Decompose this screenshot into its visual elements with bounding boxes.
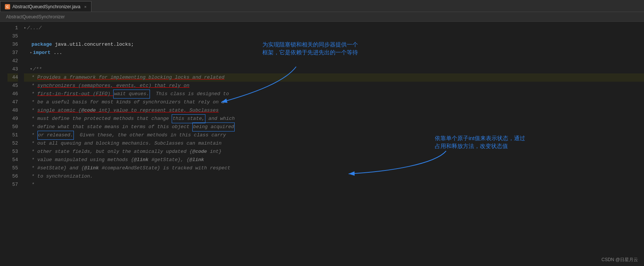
kw-package: package (31, 40, 55, 49)
code-content: ▸ /.../ package java.util.concurrent.loc… (22, 22, 644, 266)
code-line-48: * single atomic {@code int} value to rep… (24, 106, 644, 115)
code-line-45: * synchronizers (semaphores, events, etc… (24, 82, 644, 90)
line53-star: * (31, 148, 37, 156)
line-num: 44 (7, 73, 18, 82)
code-line-42 (24, 57, 644, 65)
line-num: 47 (7, 98, 18, 106)
line-num: 1 (7, 24, 18, 32)
line-numbers: 1 35 36 37 42 43 44 45 46 47 48 49 50 51… (0, 22, 22, 266)
tab-label: AbstractQueuedSynchronizer.java (12, 4, 80, 9)
code-line-55: * #setState} and {@link #compareAndSetSt… (24, 164, 644, 172)
line53-text: other state fields, but only the atomica… (37, 148, 192, 156)
line50-text: define what that state means in terms of… (37, 123, 192, 131)
line47-text: be a useful basis for most kinds of sync… (37, 98, 225, 106)
code-line-46: * first-in-first-out (FIFO) wait queues.… (24, 90, 644, 98)
line46-rest: This class is designed to (150, 90, 229, 98)
line-num: 48 (7, 106, 18, 115)
line-num: 43 (7, 65, 18, 73)
line57-star: * (31, 181, 34, 189)
file-tab[interactable]: C AbstractQueuedSynchronizer.java × (0, 1, 91, 12)
line-num: 42 (7, 57, 18, 65)
line-num: 46 (7, 90, 18, 98)
code-line-50: * define what that state means in terms … (24, 123, 644, 131)
line-num: 35 (7, 32, 18, 40)
line52-star: * (31, 139, 37, 148)
line50-star: * (31, 123, 37, 131)
line-num: 53 (7, 148, 18, 156)
line52-text: out all queuing and blocking mechanics. … (37, 139, 222, 148)
fold-icon-37[interactable]: ▸ (30, 49, 32, 57)
line46-fifo: first-in-first-out (FIFO) (37, 90, 114, 98)
breadcrumb: AbstractQueuedSynchronizer (0, 12, 644, 22)
kw-import: import (33, 49, 54, 57)
editor-area: 1 35 36 37 42 43 44 45 46 47 48 49 50 51… (0, 22, 644, 266)
line56-text: to synchronization. (37, 172, 93, 181)
line49-and: and which (205, 115, 235, 123)
line-num: 36 (7, 40, 18, 49)
line45-text: synchronizers (semaphores, events, etc) … (37, 82, 190, 90)
tab-bar: C AbstractQueuedSynchronizer.java × (0, 0, 644, 12)
line47-star: * (31, 98, 37, 106)
line51-rest: Given these, the other methods in this c… (74, 131, 226, 139)
fold-icon-1[interactable]: ▸ (24, 24, 26, 32)
code-line-43: ▾ /** (24, 65, 644, 73)
line-num: 45 (7, 82, 18, 90)
import-dots: ... (54, 49, 62, 57)
line51-star: * (31, 131, 37, 139)
fold-icon-43[interactable]: ▾ (30, 65, 32, 73)
watermark: CSDN @日星月云 (601, 257, 638, 263)
line54-star: * (31, 156, 37, 164)
line53-code: @code (192, 148, 207, 156)
line49-state: this state, (172, 114, 205, 123)
line-num: 50 (7, 123, 18, 131)
line54-link2: @link (189, 156, 204, 164)
line45-star: * (31, 82, 37, 90)
line55-text: #setState} and { (37, 164, 84, 172)
line51-released: or released. (37, 131, 74, 140)
line-num: 57 (7, 181, 18, 189)
code-line-35 (24, 32, 644, 40)
line-num: 49 (7, 115, 18, 123)
tab-close-button[interactable]: × (84, 4, 86, 9)
line54-link1: @link (134, 156, 148, 164)
javadoc-start: /** (33, 65, 42, 73)
line48-star: * (31, 106, 37, 115)
code-line-47: * be a useful basis for most kinds of sy… (24, 98, 644, 106)
line48-int: int} value to represent state. Subclasse… (96, 106, 219, 115)
line44-star: * (31, 73, 37, 82)
code-line-37: ▸ import ... (24, 49, 644, 57)
code-line-52: * out all queuing and blocking mechanics… (24, 139, 644, 148)
code-line-44: * Provides a framework for implementing … (24, 73, 644, 82)
line55-link: @link (84, 164, 99, 172)
code-line-1: ▸ /.../ (24, 24, 644, 32)
code-line-49: * must define the protected methods that… (24, 115, 644, 123)
line-num: 37 (7, 49, 18, 57)
java-file-icon: C (5, 4, 10, 9)
line56-star: * (31, 172, 37, 181)
line49-star: * (31, 115, 37, 123)
line54-text: value manipulated using methods { (37, 156, 134, 164)
breadcrumb-text: AbstractQueuedSynchronizer (6, 14, 65, 19)
line48-text: single atomic { (37, 106, 81, 115)
line48-code: @code (81, 106, 96, 115)
line-num: 51 (7, 131, 18, 139)
line-num: 52 (7, 139, 18, 148)
line46-wait: wait queues. (113, 90, 150, 99)
line-num: 54 (7, 156, 18, 164)
line44-text: Provides a framework for implementing bl… (37, 73, 225, 82)
line55-star: * (31, 164, 37, 172)
line49-text: must define the protected methods that c… (37, 115, 172, 123)
pkg-name: java.util.concurrent.locks; (55, 40, 134, 49)
line-num: 56 (7, 172, 18, 181)
line-num: 55 (7, 164, 18, 172)
line46-star: * (31, 90, 37, 98)
line1-text: /.../ (27, 24, 45, 32)
code-line-57: * (24, 181, 644, 189)
code-line-53: * other state fields, but only the atomi… (24, 148, 644, 156)
code-line-54: * value manipulated using methods {@link… (24, 156, 644, 164)
line54-getstate: #getState}, { (148, 156, 189, 164)
code-line-51: * or released. Given these, the other me… (24, 131, 644, 139)
code-line-56: * to synchronization. (24, 172, 644, 181)
line55-compare: #compareAndSetState} is tracked with res… (99, 164, 230, 172)
code-line-36: package java.util.concurrent.locks; (24, 40, 644, 49)
